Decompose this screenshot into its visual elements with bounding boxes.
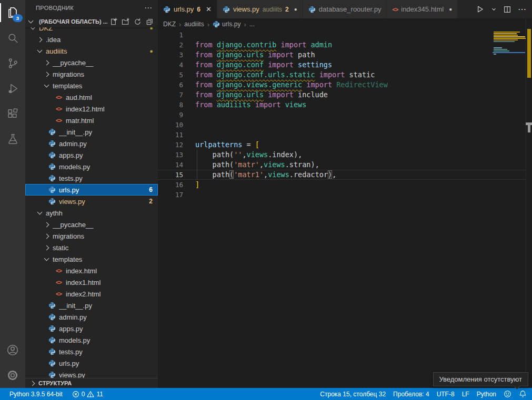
minimap-current-line xyxy=(493,52,525,53)
tree-item-__pycache__[interactable]: __pycache__ xyxy=(25,219,158,230)
tree-item-urls-py[interactable]: urls.py6 xyxy=(25,184,158,196)
tree-item-aythh[interactable]: aythh xyxy=(25,207,158,219)
git-modified-dot-icon: ● xyxy=(149,48,153,54)
tree-item-views-py[interactable]: views.py2 xyxy=(25,196,158,207)
html-icon: <> xyxy=(55,279,63,285)
breadcrumb-item[interactable]: ... xyxy=(249,20,255,28)
tree-item-audiiits[interactable]: audiiits● xyxy=(25,45,158,57)
tree-item-label: index1.html xyxy=(66,279,158,286)
python-icon xyxy=(48,348,56,355)
refresh-icon[interactable] xyxy=(134,18,142,26)
tree-item-__init__-py[interactable]: __init__.py xyxy=(25,300,158,311)
tree-item-admin-py[interactable]: admin.py xyxy=(25,138,158,149)
breadcrumb-item[interactable]: urls.py xyxy=(213,20,240,28)
tree-item-label: aythh xyxy=(46,209,158,217)
tab-index345-html[interactable]: <>index345.html● xyxy=(387,0,458,18)
tree-item-templates[interactable]: templates xyxy=(25,253,158,265)
activity-explorer-button[interactable]: 3 xyxy=(0,0,25,25)
tree-item-__init__-py[interactable]: __init__.py xyxy=(25,126,158,138)
breadcrumb-item[interactable]: DKZ xyxy=(163,20,176,28)
status-item[interactable]: Python xyxy=(477,391,496,398)
token: ] xyxy=(195,180,199,189)
token: static xyxy=(349,70,375,79)
tree-item-label: admin.py xyxy=(59,140,158,148)
tree-item-label: index2.html xyxy=(66,290,158,298)
tree-item-apps-py[interactable]: apps.py xyxy=(25,323,158,334)
status-item[interactable]: Строка 15, столбец 32 xyxy=(320,391,386,398)
status-bell[interactable] xyxy=(519,390,527,398)
split-editor-icon[interactable] xyxy=(503,5,511,14)
tree-item-static[interactable]: static xyxy=(25,242,158,253)
status-item[interactable]: UTF-8 xyxy=(437,391,455,398)
tree-item-models-py[interactable]: models.py xyxy=(25,334,158,346)
activity-testing-button[interactable] xyxy=(0,126,25,151)
tree-item-aud-html[interactable]: <>aud.html xyxy=(25,91,158,103)
outline-section-header[interactable]: СТРУКТУРА xyxy=(25,378,158,388)
problems-status[interactable]: 011 xyxy=(72,391,103,398)
token: views xyxy=(247,150,268,159)
close-icon[interactable]: ✕ xyxy=(206,5,212,13)
tree-item-DKZ[interactable]: DKZ● xyxy=(25,27,158,34)
status-feedback[interactable] xyxy=(504,390,511,398)
activity-run-debug-button[interactable] xyxy=(0,76,25,101)
run-dropdown-icon[interactable] xyxy=(491,6,497,12)
activity-source-control-button[interactable] xyxy=(0,50,25,76)
sidebar-more-actions-icon[interactable]: ⋯ xyxy=(144,3,153,13)
more-actions-icon[interactable]: ⋯ xyxy=(518,4,527,14)
tree-item-admin-py[interactable]: admin.py xyxy=(25,311,158,323)
activity-settings-button[interactable] xyxy=(0,363,25,388)
new-folder-icon[interactable] xyxy=(122,18,129,26)
tree-item-index2-html[interactable]: <>index2.html xyxy=(25,288,158,300)
tree-item-urls-py[interactable]: urls.py xyxy=(25,357,158,369)
tree-item-models-py[interactable]: models.py xyxy=(25,161,158,172)
tree-item-apps-py[interactable]: apps.py xyxy=(25,149,158,161)
line-content xyxy=(183,130,195,140)
tree-item-label: templates xyxy=(53,255,158,263)
token: from xyxy=(195,60,217,69)
tree-item-tests-py[interactable]: tests.py xyxy=(25,346,158,357)
tree-item-migrations[interactable]: migrations xyxy=(25,68,158,80)
chevron-right-icon xyxy=(44,71,49,77)
breadcrumb-item[interactable]: audiiits xyxy=(184,20,204,28)
token: path xyxy=(195,150,229,159)
cursor-marker xyxy=(528,125,530,132)
tree-item-__pycache__[interactable]: __pycache__ xyxy=(25,57,158,68)
tree-item-views-py[interactable]: views.py xyxy=(25,369,158,378)
run-icon[interactable] xyxy=(476,5,485,14)
breadcrumb-label: urls.py xyxy=(222,20,240,28)
tree-item-index1-html[interactable]: <>index1.html xyxy=(25,276,158,288)
new-file-icon[interactable] xyxy=(109,18,117,26)
line-content: from django.conf.urls.static import stat… xyxy=(183,70,375,80)
tree-item-matr-html[interactable]: <>matr.html xyxy=(25,115,158,126)
collapse-all-icon[interactable] xyxy=(146,18,154,26)
status-label: LF xyxy=(462,391,469,398)
tree-item-label: __init__.py xyxy=(59,128,158,136)
status-item-python[interactable]: Python 3.9.5 64-bit xyxy=(9,391,63,398)
line-number: 7 xyxy=(158,90,183,100)
workspace-section-header[interactable]: (РАБОЧАЯ ОБЛАСТЬ) ... xyxy=(25,16,158,27)
activity-account-button[interactable] xyxy=(0,337,25,363)
html-icon: <> xyxy=(55,106,63,112)
tree-item-migrations[interactable]: migrations xyxy=(25,230,158,242)
code-editor[interactable]: 12from django.contrib import admin3from … xyxy=(158,30,526,388)
overview-ruler[interactable] xyxy=(526,18,532,388)
token: from xyxy=(195,40,217,49)
html-icon: <> xyxy=(55,94,63,100)
tree-item-label: DKZ xyxy=(39,27,146,32)
tree-item-index-html[interactable]: <>index.html xyxy=(25,265,158,276)
tree-item-templates[interactable]: templates xyxy=(25,80,158,91)
line-number: 17 xyxy=(158,190,183,200)
tree-item-tests-py[interactable]: tests.py xyxy=(25,172,158,184)
status-item[interactable]: Пробелов: 4 xyxy=(393,391,429,398)
tree-item-index12-html[interactable]: <>index12.html xyxy=(25,103,158,115)
activity-extensions-button[interactable] xyxy=(0,101,25,126)
activity-search-button[interactable] xyxy=(0,25,25,50)
tab-database_roouter-py[interactable]: database_roouter.py xyxy=(303,0,387,18)
tree-item-label: views.py xyxy=(59,371,158,379)
tab-views-py[interactable]: views.pyaudiiits2● xyxy=(217,0,303,18)
tree-item--idea[interactable]: .idea xyxy=(25,34,158,45)
status-item[interactable]: LF xyxy=(462,391,469,398)
minimap[interactable] xyxy=(493,30,526,203)
tab-urls-py[interactable]: urls.py6✕ xyxy=(158,0,217,18)
chevron-down-icon xyxy=(44,83,49,88)
